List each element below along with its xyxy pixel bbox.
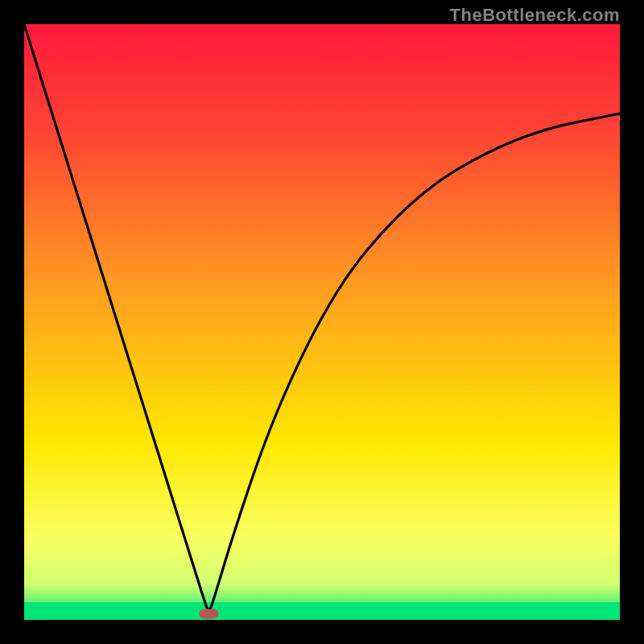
chart-svg bbox=[24, 24, 620, 620]
optimal-marker bbox=[199, 609, 218, 619]
watermark-text: TheBottleneck.com bbox=[450, 5, 620, 26]
green-band bbox=[24, 602, 620, 620]
plot-area bbox=[24, 24, 620, 620]
chart-container: TheBottleneck.com bbox=[0, 0, 644, 644]
gradient-background bbox=[24, 24, 620, 620]
